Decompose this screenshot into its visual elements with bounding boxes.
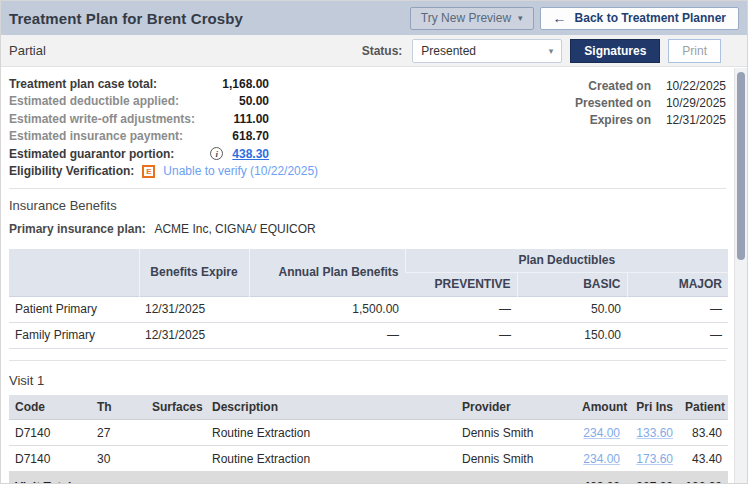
visit-col-th: Th: [91, 395, 146, 420]
summary-row-writeoff: Estimated write-off adjustments: 111.00: [9, 110, 269, 128]
plan-name: Partial: [9, 43, 46, 58]
summary-label: Estimated insurance payment:: [9, 129, 183, 143]
benefits-col-annual: Annual Plan Benefits: [249, 249, 405, 296]
try-new-preview-label: Try New Preview: [421, 11, 511, 25]
primary-plan-value: ACME Inc, CIGNA/ EQUICOR: [154, 222, 315, 236]
expires-on-row: Expires on 12/31/2025: [575, 111, 726, 128]
table-row-family-primary: Family Primary 12/31/2025 — — 150.00 —: [9, 322, 728, 348]
section-divider: [9, 360, 726, 361]
date-label: Expires on: [590, 113, 651, 127]
visit-col-description: Description: [206, 395, 456, 420]
subheader-actions: Status: Presented ▾ Signatures Print: [362, 39, 721, 63]
chevron-down-icon: ▾: [549, 46, 554, 56]
date-value: 10/22/2025: [660, 79, 726, 93]
treatment-plan-window: Treatment Plan for Brent Crosby Try New …: [0, 0, 748, 484]
major-cell: —: [627, 322, 728, 348]
plan-subheader: Partial Status: Presented ▾ Signatures P…: [1, 35, 747, 67]
chevron-down-icon: ▾: [518, 13, 523, 23]
visit-col-provider: Provider: [456, 395, 576, 420]
amount-link[interactable]: 234.00: [583, 426, 620, 440]
summary-and-dates: Treatment plan case total: 1,168.00 Esti…: [9, 74, 726, 180]
plan-content: Treatment plan case total: 1,168.00 Esti…: [1, 67, 747, 484]
dates-block: Created on 10/22/2025 Presented on 10/29…: [575, 74, 726, 180]
visit-totals-row: Visit Totals 468.00 307.20 126.80: [9, 472, 728, 484]
status-selected-value: Presented: [421, 44, 476, 58]
status-label: Status:: [362, 44, 403, 58]
surfaces-cell: [146, 420, 206, 446]
eligibility-label: Eligibility Verification:: [9, 164, 134, 178]
scrollbar-thumb[interactable]: [737, 72, 745, 260]
amount-link[interactable]: 234.00: [583, 452, 620, 466]
code-cell: D7140: [9, 446, 91, 472]
primary-plan-label: Primary insurance plan:: [9, 222, 146, 236]
print-button[interactable]: Print: [668, 39, 721, 63]
summary-value: 618.70: [232, 129, 269, 143]
status-select[interactable]: Presented ▾: [412, 39, 562, 63]
pri-ins-link[interactable]: 133.60: [636, 426, 673, 440]
table-row-procedure: D7140 30 Routine Extraction Dennis Smith…: [9, 446, 728, 472]
preventive-cell: —: [405, 296, 517, 322]
arrow-left-icon: ←: [553, 10, 567, 26]
date-value: 12/31/2025: [660, 113, 726, 127]
primary-insurance-plan-line: Primary insurance plan: ACME Inc, CIGNA/…: [9, 222, 726, 236]
presented-on-row: Presented on 10/29/2025: [575, 94, 726, 111]
preventive-cell: —: [405, 322, 517, 348]
code-cell: D7140: [9, 420, 91, 446]
summary-value: 50.00: [239, 94, 269, 108]
surfaces-cell: [146, 446, 206, 472]
date-value: 10/29/2025: [660, 96, 726, 110]
info-icon[interactable]: i: [210, 147, 223, 160]
benefits-col-deductibles-group: Plan Deductibles: [405, 249, 728, 272]
totals-patient: 126.80: [679, 472, 728, 484]
table-row-patient-primary: Patient Primary 12/31/2025 1,500.00 — 50…: [9, 296, 728, 322]
guarantor-amount-link[interactable]: 438.30: [232, 147, 269, 161]
summary-row-case-total: Treatment plan case total: 1,168.00: [9, 75, 269, 93]
summary-label: Estimated write-off adjustments:: [9, 112, 195, 126]
basic-cell: 50.00: [517, 296, 627, 322]
annual-benefits-cell: 1,500.00: [249, 296, 405, 322]
provider-cell: Dennis Smith: [456, 446, 576, 472]
insurance-benefits-table: Benefits Expire Annual Plan Benefits Pla…: [9, 249, 728, 349]
benefits-col-major: MAJOR: [627, 272, 728, 296]
visit-col-amount: Amount: [576, 395, 626, 420]
visit-procedures-table: Code Th Surfaces Description Provider Am…: [9, 395, 728, 484]
major-cell: —: [627, 296, 728, 322]
description-cell: Routine Extraction: [206, 420, 456, 446]
description-cell: Routine Extraction: [206, 446, 456, 472]
totals-amount: 468.00: [576, 472, 626, 484]
benefits-expire-cell: 12/31/2025: [139, 296, 249, 322]
eligibility-verify-link[interactable]: Unable to verify (10/22/2025): [163, 164, 318, 178]
vertical-scrollbar[interactable]: [734, 68, 747, 483]
tooth-cell: 27: [91, 420, 146, 446]
visit-col-pri-ins: Pri Ins: [626, 395, 679, 420]
row-label: Patient Primary: [9, 296, 139, 322]
titlebar: Treatment Plan for Brent Crosby Try New …: [1, 1, 747, 35]
pri-ins-link[interactable]: 173.60: [636, 452, 673, 466]
visit-totals-label: Visit Totals: [9, 472, 576, 484]
eligibility-icon: E: [142, 165, 155, 178]
visit-title: Visit 1: [9, 373, 726, 388]
table-row-procedure: D7140 27 Routine Extraction Dennis Smith…: [9, 420, 728, 446]
summary-block: Treatment plan case total: 1,168.00 Esti…: [9, 74, 318, 180]
back-button-label: Back to Treatment Planner: [575, 11, 726, 25]
totals-pri-ins: 307.20: [626, 472, 679, 484]
back-to-treatment-planner-button[interactable]: ← Back to Treatment Planner: [540, 7, 739, 30]
annual-benefits-cell: —: [249, 322, 405, 348]
basic-cell: 150.00: [517, 322, 627, 348]
benefits-col-rowlabel: [9, 249, 139, 296]
summary-row-insurance-payment: Estimated insurance payment: 618.70: [9, 128, 269, 146]
page-title: Treatment Plan for Brent Crosby: [9, 10, 243, 27]
summary-label: Estimated deductible applied:: [9, 94, 179, 108]
summary-label: Estimated guarantor portion:: [9, 147, 174, 161]
titlebar-actions: Try New Preview ▾ ← Back to Treatment Pl…: [410, 7, 739, 30]
benefits-col-preventive: PREVENTIVE: [405, 272, 517, 296]
visit-col-patient: Patient: [679, 395, 728, 420]
patient-cell: 83.40: [679, 420, 728, 446]
summary-row-deductible: Estimated deductible applied: 50.00: [9, 93, 269, 111]
row-label: Family Primary: [9, 322, 139, 348]
eligibility-row: Eligibility Verification: E Unable to ve…: [9, 163, 318, 181]
signatures-button[interactable]: Signatures: [570, 39, 660, 63]
benefits-col-basic: BASIC: [517, 272, 627, 296]
tooth-cell: 30: [91, 446, 146, 472]
try-new-preview-button[interactable]: Try New Preview ▾: [410, 7, 534, 30]
